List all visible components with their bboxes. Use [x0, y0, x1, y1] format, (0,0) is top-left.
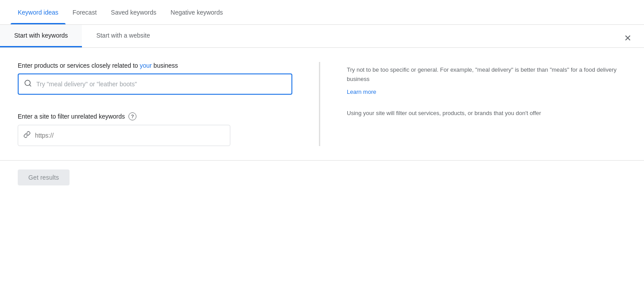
learn-more-link[interactable]: Learn more	[347, 88, 626, 97]
keyword-hint-text: Try not to be too specific or general. F…	[347, 65, 626, 96]
url-field-label: Enter a site to filter unrelated keyword…	[18, 113, 125, 120]
url-section: Enter a site to filter unrelated keyword…	[18, 112, 292, 146]
tab-negative-keywords[interactable]: Negative keywords	[163, 0, 230, 24]
form-left-column: Enter products or services closely relat…	[18, 62, 292, 146]
url-input-wrapper	[18, 125, 230, 146]
close-button[interactable]: ✕	[622, 32, 633, 44]
close-icon: ✕	[624, 34, 632, 42]
keyword-input-wrapper	[18, 73, 292, 95]
main-content: ✕ Start with keywords Start with a websi…	[0, 25, 644, 285]
tab-start-with-keywords[interactable]: Start with keywords	[0, 25, 82, 47]
get-results-button[interactable]: Get results	[18, 169, 70, 185]
search-icon	[24, 79, 32, 89]
url-input[interactable]	[35, 132, 225, 139]
form-right-column: Try not to be too specific or general. F…	[319, 62, 626, 146]
button-area: Get results	[0, 161, 644, 203]
top-navigation: Keyword ideas Forecast Saved keywords Ne…	[0, 0, 644, 25]
help-icon[interactable]: ?	[128, 112, 136, 120]
url-label-row: Enter a site to filter unrelated keyword…	[18, 112, 292, 120]
keyword-field-label: Enter products or services closely relat…	[18, 62, 292, 69]
svg-line-1	[29, 85, 31, 86]
tab-keyword-ideas[interactable]: Keyword ideas	[11, 0, 66, 24]
url-hint-text: Using your site will filter out services…	[347, 96, 626, 118]
inner-tab-bar: Start with keywords Start with a website	[0, 25, 644, 48]
keyword-input[interactable]	[36, 81, 286, 88]
tab-forecast[interactable]: Forecast	[66, 0, 104, 24]
tab-saved-keywords[interactable]: Saved keywords	[104, 0, 163, 24]
link-icon	[23, 131, 31, 140]
form-area: Enter products or services closely relat…	[0, 48, 644, 160]
tab-start-with-website[interactable]: Start with a website	[82, 25, 164, 47]
